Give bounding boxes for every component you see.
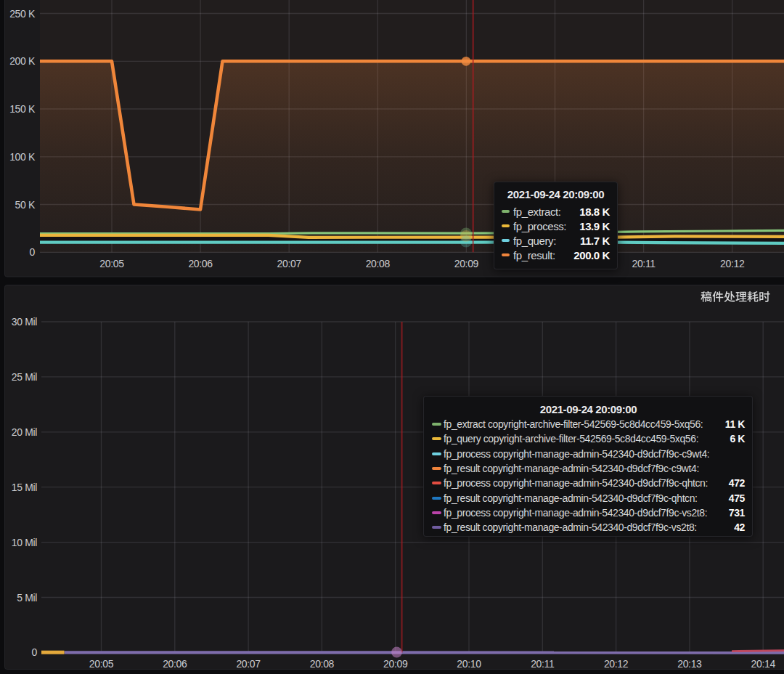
- svg-text:10 Mil: 10 Mil: [12, 537, 37, 548]
- svg-text:20:08: 20:08: [310, 658, 335, 670]
- svg-text:200 K: 200 K: [9, 55, 36, 67]
- svg-text:20:07: 20:07: [277, 258, 302, 269]
- svg-text:20:05: 20:05: [99, 258, 124, 269]
- svg-text:25 Mil: 25 Mil: [12, 371, 37, 383]
- svg-text:20:06: 20:06: [188, 258, 213, 269]
- svg-text:20:11: 20:11: [632, 258, 656, 269]
- svg-text:20:11: 20:11: [531, 658, 555, 670]
- svg-text:20:12: 20:12: [720, 258, 745, 269]
- svg-text:20:09: 20:09: [383, 658, 408, 670]
- svg-text:250 K: 250 K: [9, 8, 36, 20]
- svg-text:20:13: 20:13: [677, 658, 702, 670]
- svg-text:20:12: 20:12: [604, 658, 629, 670]
- svg-text:20:05: 20:05: [89, 658, 114, 670]
- svg-text:20:10: 20:10: [457, 658, 481, 670]
- svg-text:0: 0: [32, 646, 38, 658]
- svg-text:100 K: 100 K: [9, 151, 36, 163]
- svg-text:15 Mil: 15 Mil: [12, 482, 37, 493]
- svg-text:20:07: 20:07: [236, 658, 261, 670]
- svg-text:50 K: 50 K: [15, 199, 36, 211]
- svg-text:20:06: 20:06: [163, 658, 187, 670]
- svg-text:20:08: 20:08: [366, 258, 391, 269]
- svg-text:0: 0: [30, 246, 36, 258]
- svg-text:20:09: 20:09: [454, 258, 479, 269]
- svg-text:5 Mil: 5 Mil: [17, 592, 37, 604]
- svg-text:150 K: 150 K: [9, 103, 36, 115]
- svg-text:20:14: 20:14: [751, 658, 776, 670]
- svg-text:30 Mil: 30 Mil: [12, 316, 37, 328]
- svg-text:20 Mil: 20 Mil: [12, 426, 37, 438]
